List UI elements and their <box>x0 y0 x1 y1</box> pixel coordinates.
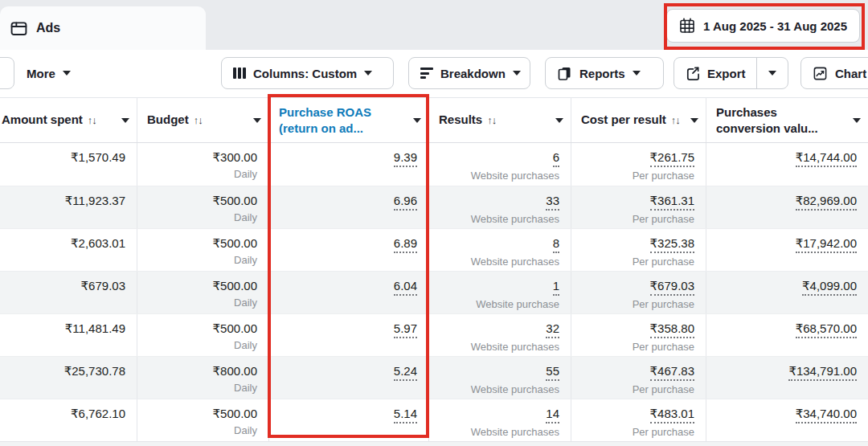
results-value[interactable]: 32 <box>546 321 559 338</box>
cost-per-result-value[interactable]: ₹358.80 <box>650 321 694 338</box>
chevron-down-icon[interactable] <box>413 118 421 123</box>
conversion-value[interactable]: ₹68,570.00 <box>796 321 857 338</box>
column-header-cost-per-result[interactable]: Cost per result↑↓ <box>571 98 706 142</box>
calendar-icon <box>679 18 695 34</box>
roas-value[interactable]: 5.14 <box>394 406 417 423</box>
results-type-label: Website purchases <box>471 383 559 396</box>
chevron-down-icon <box>63 71 71 76</box>
cost-per-result-value[interactable]: ₹483.01 <box>650 406 694 423</box>
tab-ads[interactable]: Ads <box>0 6 206 50</box>
column-label: Budget <box>147 113 189 126</box>
partial-button[interactable] <box>0 57 14 89</box>
cost-per-result-type-label: Per purchase <box>633 340 694 354</box>
results-value[interactable]: 14 <box>546 406 559 423</box>
results-value[interactable]: 1 <box>553 278 559 296</box>
breakdown-icon <box>420 68 433 79</box>
results-value[interactable]: 8 <box>553 235 559 253</box>
roas-value[interactable]: 6.04 <box>394 278 417 296</box>
columns-button[interactable]: Columns: Custom <box>221 57 394 89</box>
cell-budget: ₹500.00 Daily <box>137 229 268 271</box>
column-header-results[interactable]: Results↑↓ <box>428 98 571 142</box>
conversion-value[interactable]: ₹134,791.00 <box>788 363 857 381</box>
date-range-label: 1 Aug 2025 - 31 Aug 2025 <box>703 19 847 33</box>
results-type-label: Website purchases <box>471 212 559 226</box>
results-value[interactable]: 33 <box>546 193 559 211</box>
cost-per-result-type-label: Per purchase <box>633 169 694 182</box>
budget-type-label: Daily <box>234 381 257 395</box>
column-label: Results <box>439 113 482 126</box>
cell-purchase-roas: 5.24 <box>268 357 428 399</box>
cell-budget: ₹500.00 Daily <box>137 272 268 313</box>
cost-per-result-value[interactable]: ₹361.31 <box>650 193 694 211</box>
budget-value: ₹300.00 <box>213 149 257 166</box>
sort-arrows-icon[interactable]: ↑↓ <box>88 114 96 126</box>
export-button[interactable]: Export <box>674 58 756 88</box>
conversion-value[interactable]: ₹17,942.00 <box>796 235 857 253</box>
cell-amount-spent: ₹2,603.01 <box>0 229 137 271</box>
reports-icon <box>557 66 572 81</box>
date-range-button[interactable]: 1 Aug 2025 - 31 Aug 2025 <box>666 9 860 43</box>
sort-arrows-icon[interactable]: ↑↓ <box>194 114 203 126</box>
cost-per-result-value[interactable]: ₹325.38 <box>650 235 694 253</box>
conversion-value[interactable]: ₹14,744.00 <box>796 149 857 167</box>
table-body: ₹1,570.49 ₹300.00 Daily 9.39 6 Website p… <box>0 143 868 446</box>
cost-per-result-value[interactable]: ₹261.75 <box>650 149 694 167</box>
cell-cost-per-result: ₹325.38 Per purchase <box>571 229 706 271</box>
conversion-value[interactable]: ₹34,740.00 <box>796 406 857 423</box>
ads-window-icon <box>10 20 27 37</box>
conversion-value[interactable]: ₹4,099.00 <box>802 278 857 296</box>
roas-value[interactable]: 9.39 <box>394 149 417 167</box>
roas-value[interactable]: 6.96 <box>394 193 417 211</box>
sort-arrows-icon[interactable]: ↑↓ <box>487 114 496 126</box>
chevron-down-icon[interactable] <box>253 118 261 123</box>
export-dropdown-button[interactable] <box>756 58 788 88</box>
roas-value[interactable]: 5.24 <box>394 363 417 381</box>
column-header-amount-spent[interactable]: Amount spent↑↓ <box>0 98 137 142</box>
breakdown-button[interactable]: Breakdown <box>408 57 530 89</box>
chevron-down-icon <box>513 71 521 76</box>
cell-results: 1 Website purchase <box>428 272 571 313</box>
cell-results: 32 Website purchases <box>428 314 571 356</box>
chevron-down-icon[interactable] <box>690 118 698 123</box>
more-button[interactable]: More <box>27 57 71 89</box>
cell-purchases-conversion-value: ₹82,969.00 <box>706 186 868 228</box>
chevron-down-icon[interactable] <box>853 118 861 123</box>
table-row: ₹6,762.10 ₹500.00 Daily 5.14 14 Website … <box>0 399 868 441</box>
chevron-down-icon <box>364 71 372 76</box>
chevron-down-icon[interactable] <box>121 118 129 123</box>
budget-value: ₹500.00 <box>213 193 257 209</box>
cell-budget: ₹500.00 Daily <box>137 186 268 228</box>
cost-per-result-type-label: Per purchase <box>633 212 694 226</box>
table-row: ₹2,603.01 ₹500.00 Daily 6.89 8 Website p… <box>0 228 868 271</box>
column-header-budget[interactable]: Budget↑↓ <box>137 98 268 142</box>
cell-purchases-conversion-value: ₹134,791.00 <box>706 357 868 399</box>
table-row: ₹11,481.49 ₹500.00 Daily 5.97 32 Website… <box>0 313 868 356</box>
chevron-down-icon <box>633 71 641 76</box>
conversion-value[interactable]: ₹82,969.00 <box>796 193 857 211</box>
column-header-purchases-conversion-value[interactable]: Purchases conversion valu... <box>706 98 868 142</box>
results-value[interactable]: 6 <box>553 149 559 167</box>
budget-value: ₹800.00 <box>213 363 257 379</box>
cost-per-result-value[interactable]: ₹679.03 <box>650 278 694 296</box>
sort-arrows-icon[interactable]: ↑↓ <box>671 114 680 126</box>
roas-value[interactable]: 5.97 <box>394 321 417 338</box>
results-type-label: Website purchases <box>471 340 559 354</box>
cell-purchase-roas: 6.89 <box>268 229 428 271</box>
cell-budget: ₹500.00 Daily <box>137 314 268 356</box>
reports-button[interactable]: Reports <box>545 57 664 89</box>
chevron-down-icon[interactable] <box>555 118 563 123</box>
charts-button[interactable]: Chart <box>800 57 868 89</box>
amount-spent-value: ₹679.03 <box>81 278 125 294</box>
budget-value: ₹500.00 <box>213 278 257 294</box>
cost-per-result-type-label: Per purchase <box>633 425 694 439</box>
column-label: Cost per result <box>581 113 666 126</box>
results-value[interactable]: 55 <box>546 363 559 381</box>
cell-results: 33 Website purchases <box>428 186 571 228</box>
cost-per-result-value[interactable]: ₹467.83 <box>650 363 694 381</box>
column-header-purchase-roas[interactable]: Purchase ROAS (return on ad... <box>268 98 428 142</box>
cell-amount-spent: ₹11,481.49 <box>0 314 137 356</box>
cell-amount-spent: ₹679.03 <box>0 272 137 313</box>
cell-cost-per-result: ₹261.75 Per purchase <box>571 143 706 186</box>
cell-purchase-roas: 6.04 <box>268 272 428 313</box>
roas-value[interactable]: 6.89 <box>394 235 417 253</box>
